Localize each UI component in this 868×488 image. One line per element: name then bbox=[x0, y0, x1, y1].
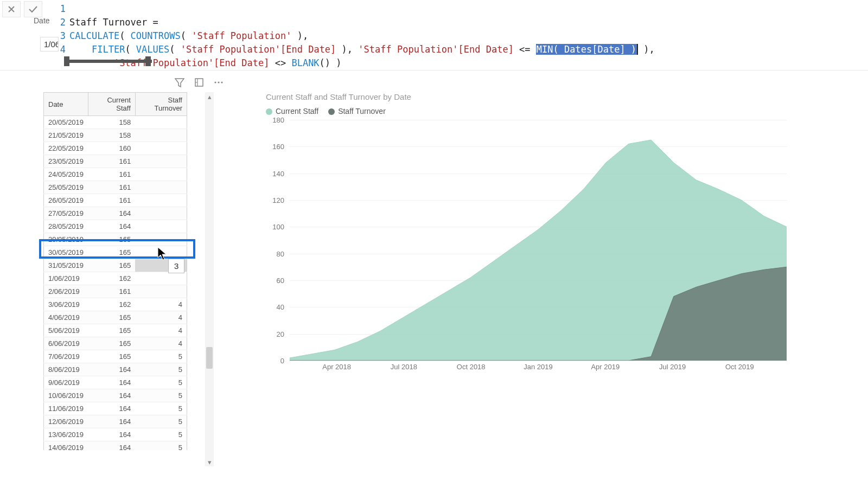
table-row[interactable]: 25/05/2019161 bbox=[44, 181, 187, 194]
filter-icon[interactable] bbox=[174, 76, 186, 88]
x-axis: Apr 2018Jul 2018Oct 2018Jan 2019Apr 2019… bbox=[290, 363, 787, 375]
date-slicer-value[interactable]: 1/06/ bbox=[40, 37, 59, 52]
scroll-down-icon[interactable]: ▾ bbox=[205, 458, 214, 466]
table-row[interactable]: 5/06/20191654 bbox=[44, 324, 187, 337]
table-row[interactable]: 26/05/2019161 bbox=[44, 194, 187, 207]
table-row[interactable]: 7/06/20191655 bbox=[44, 350, 187, 363]
svg-point-3 bbox=[221, 81, 222, 83]
table-row[interactable]: 24/05/2019161 bbox=[44, 168, 187, 181]
area-chart-visual[interactable]: Current Staff and Staff Turnover by Date… bbox=[266, 92, 803, 396]
slider-handle-end[interactable] bbox=[145, 56, 151, 66]
table-scrollbar[interactable]: ▴ ▾ bbox=[205, 92, 214, 466]
table-header-row: Date Current Staff Staff Turnover bbox=[44, 93, 187, 116]
table-row[interactable]: 20/05/2019158 bbox=[44, 116, 187, 129]
table-row[interactable]: 27/05/2019164 bbox=[44, 207, 187, 220]
table-row[interactable]: 28/05/2019164 bbox=[44, 220, 187, 233]
formula-bar: Date 1/06/ 1 2 3 4 Staff Turnover = CALC… bbox=[0, 0, 868, 70]
scrollbar-thumb[interactable] bbox=[206, 347, 213, 369]
visual-header bbox=[174, 76, 225, 88]
table-row[interactable]: 10/06/20191645 bbox=[44, 389, 187, 402]
table-row[interactable]: 12/06/20191645 bbox=[44, 415, 187, 428]
svg-point-1 bbox=[214, 81, 216, 83]
table-row[interactable]: 4/06/20191654 bbox=[44, 311, 187, 324]
svg-point-2 bbox=[218, 81, 219, 83]
more-options-icon[interactable] bbox=[213, 76, 225, 88]
scroll-up-icon[interactable]: ▴ bbox=[205, 92, 214, 101]
commit-button[interactable] bbox=[24, 1, 42, 17]
date-slicer-slider[interactable] bbox=[65, 60, 152, 63]
table-row[interactable]: 30/05/2019165 bbox=[44, 246, 187, 259]
dax-editor[interactable]: Staff Turnover = CALCULATE( COUNTROWS( '… bbox=[69, 2, 655, 84]
table-row[interactable]: 22/05/2019160 bbox=[44, 142, 187, 155]
table-row[interactable]: 6/06/20191654 bbox=[44, 337, 187, 350]
chart-title: Current Staff and Staff Turnover by Date bbox=[266, 92, 803, 101]
slider-handle-start[interactable] bbox=[64, 56, 69, 66]
focus-mode-icon[interactable] bbox=[193, 76, 205, 88]
cell-tooltip: 3 bbox=[168, 259, 184, 273]
table-row[interactable]: 21/05/2019158 bbox=[44, 129, 187, 142]
col-date[interactable]: Date bbox=[44, 93, 88, 116]
col-staff-turnover[interactable]: Staff Turnover bbox=[135, 93, 187, 116]
check-icon bbox=[28, 5, 38, 14]
date-field-label: Date bbox=[34, 16, 50, 25]
table-row[interactable]: 23/05/2019161 bbox=[44, 155, 187, 168]
col-current-staff[interactable]: Current Staff bbox=[88, 93, 135, 116]
chart-plot-area: 020406080100120140160180 Apr 2018Jul 201… bbox=[266, 120, 787, 375]
table-row[interactable]: 29/05/2019165 bbox=[44, 233, 187, 246]
table-row[interactable]: 8/06/20191645 bbox=[44, 363, 187, 376]
close-icon bbox=[7, 5, 16, 14]
legend-item-staff-turnover[interactable]: Staff Turnover bbox=[328, 107, 386, 115]
table-row[interactable]: 14/06/20191645 bbox=[44, 441, 187, 451]
y-axis: 020406080100120140160180 bbox=[266, 120, 288, 375]
legend-item-current-staff[interactable]: Current Staff bbox=[266, 107, 318, 115]
table-row[interactable]: 13/06/20191645 bbox=[44, 428, 187, 441]
table-row[interactable]: 11/06/20191645 bbox=[44, 402, 187, 415]
table-row[interactable]: 31/05/20191653 bbox=[44, 259, 187, 272]
line-number-gutter: 1 2 3 4 bbox=[58, 2, 66, 56]
data-table-visual[interactable]: Date Current Staff Staff Turnover 20/05/… bbox=[43, 92, 195, 472]
chart-legend: Current Staff Staff Turnover bbox=[266, 107, 803, 115]
table-row[interactable]: 9/06/20191645 bbox=[44, 376, 187, 389]
table-row[interactable]: 2/06/2019161 bbox=[44, 285, 187, 298]
table-row[interactable]: 1/06/2019162 bbox=[44, 272, 187, 285]
table-row[interactable]: 3/06/20191624 bbox=[44, 298, 187, 311]
cancel-button[interactable] bbox=[2, 1, 21, 17]
